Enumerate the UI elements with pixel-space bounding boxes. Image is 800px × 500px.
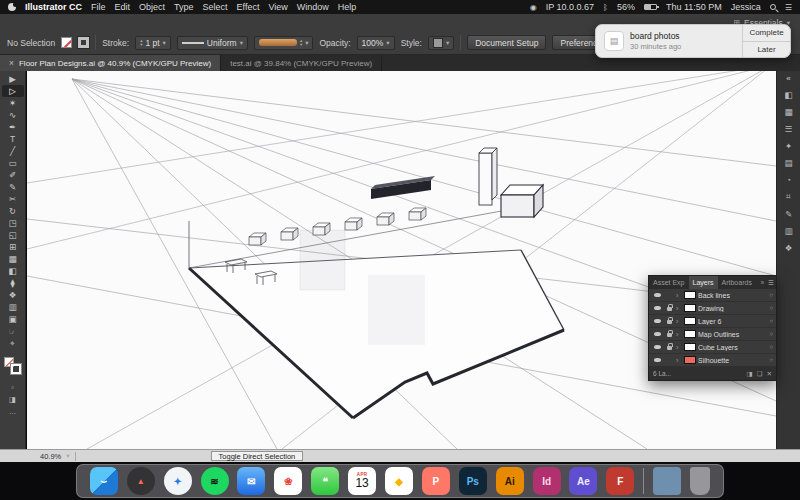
dock-sketch-icon[interactable]: ◆ xyxy=(385,467,413,495)
document-setup-button[interactable]: Document Setup xyxy=(467,35,546,50)
layer-thumbnail[interactable] xyxy=(684,291,696,299)
appearance-panel-icon[interactable]: ◔ xyxy=(781,174,797,185)
stroke-panel-icon[interactable]: ☰ xyxy=(781,123,797,134)
transparency-panel-icon[interactable]: ▤ xyxy=(781,157,797,168)
expand-arrow-icon[interactable]: › xyxy=(676,292,682,299)
graph-tool[interactable]: ▥ xyxy=(2,301,24,313)
line-segment-tool[interactable]: ╱ xyxy=(2,145,24,157)
chevron-down-icon[interactable]: ▾ xyxy=(240,39,243,47)
rotate-tool[interactable]: ↻ xyxy=(2,205,24,217)
dock-folder-icon[interactable] xyxy=(653,467,681,495)
pencil-tool[interactable]: ✎ xyxy=(2,181,24,193)
brushes-panel-icon[interactable]: ✎ xyxy=(781,208,797,219)
layer-name[interactable]: Map Outlines xyxy=(698,331,767,338)
expand-panels-icon[interactable]: « xyxy=(786,74,790,83)
brush-definition-dropdown[interactable]: ▴▾ ▾ xyxy=(254,36,314,50)
bluetooth-icon[interactable]: ᛒ xyxy=(603,3,608,12)
stroke-swatch[interactable] xyxy=(11,364,21,374)
menu-select[interactable]: Select xyxy=(203,2,228,12)
menu-file[interactable]: File xyxy=(91,2,106,12)
stroke-weight-value[interactable]: 1 pt xyxy=(145,38,159,48)
fill-none-swatch[interactable] xyxy=(61,37,72,48)
target-circle-icon[interactable]: ○ xyxy=(769,318,773,324)
layer-name[interactable]: Cube Layers xyxy=(698,344,767,351)
expand-arrow-icon[interactable]: › xyxy=(676,331,682,338)
layer-name[interactable]: Back lines xyxy=(698,292,767,299)
dock-trash-icon[interactable] xyxy=(690,467,710,495)
dock-photoshop-icon[interactable]: Ps xyxy=(459,467,487,495)
layer-row[interactable]: › Back lines ○ xyxy=(649,289,776,302)
blend-tool[interactable]: ❖ xyxy=(2,289,24,301)
mesh-tool[interactable]: ▦ xyxy=(2,253,24,265)
layer-thumbnail[interactable] xyxy=(684,343,696,351)
dock-illustrator-icon[interactable]: Ai xyxy=(496,467,524,495)
dock-patreon-icon[interactable]: P xyxy=(422,467,450,495)
rectangle-tool[interactable]: ▭ xyxy=(2,157,24,169)
layer-thumbnail[interactable] xyxy=(684,356,696,364)
layer-row[interactable]: › Cube Layers ○ xyxy=(649,341,776,354)
target-circle-icon[interactable]: ○ xyxy=(769,305,773,311)
expand-arrow-icon[interactable]: › xyxy=(676,357,682,364)
dock-messages-icon[interactable]: ❝ xyxy=(311,467,339,495)
visibility-toggle[interactable] xyxy=(652,293,663,298)
visibility-toggle[interactable] xyxy=(652,345,663,350)
target-circle-icon[interactable]: ○ xyxy=(769,344,773,350)
app-menu-title[interactable]: Illustrator CC xyxy=(25,2,82,12)
gradient-tool[interactable]: ◧ xyxy=(2,265,24,277)
menu-type[interactable]: Type xyxy=(174,2,194,12)
lock-toggle[interactable] xyxy=(665,344,674,350)
magic-wand-tool[interactable]: ✶ xyxy=(2,97,24,109)
dock-safari-icon[interactable]: ✦ xyxy=(164,467,192,495)
width-profile-dropdown[interactable]: Uniform ▾ xyxy=(177,36,248,50)
stroke-weight-field[interactable]: ▴▾ 1 pt ▾ xyxy=(135,36,171,50)
lock-toggle[interactable] xyxy=(665,305,674,311)
lock-toggle[interactable] xyxy=(665,318,674,324)
ip-address[interactable]: IP 10.0.0.67 xyxy=(546,2,594,12)
target-circle-icon[interactable]: ○ xyxy=(769,331,773,337)
draw-mode-icon[interactable]: ▫ xyxy=(11,383,14,392)
visibility-toggle[interactable] xyxy=(652,358,663,363)
delete-layer-icon[interactable]: ✕ xyxy=(767,370,772,378)
swatches-panel-icon[interactable]: ▦ xyxy=(781,106,797,117)
battery-icon[interactable] xyxy=(644,4,657,10)
menu-edit[interactable]: Edit xyxy=(115,2,131,12)
pen-tool[interactable]: ✒ xyxy=(2,121,24,133)
make-clip-mask-icon[interactable]: ◨ xyxy=(747,370,753,378)
chevron-down-icon[interactable]: ▾ xyxy=(305,39,308,47)
collapse-panel-icon[interactable]: » xyxy=(759,276,767,289)
gradient-panel-icon[interactable]: ✦ xyxy=(781,140,797,151)
chevron-down-icon[interactable]: ▾ xyxy=(386,39,389,47)
fill-stroke-widget[interactable] xyxy=(3,357,23,377)
dock-indesign-icon[interactable]: Id xyxy=(533,467,561,495)
menu-clock[interactable]: Thu 11:50 PM xyxy=(666,2,722,12)
perspective-grid-tool[interactable]: ⊞ xyxy=(2,241,24,253)
dock-calendar-icon[interactable]: APR 13 xyxy=(348,467,376,495)
stroke-color-swatch[interactable] xyxy=(78,37,89,48)
selection-tool[interactable]: ▶ xyxy=(2,73,24,85)
type-tool[interactable]: T xyxy=(2,133,24,145)
visibility-toggle[interactable] xyxy=(652,306,663,311)
document-tab-active[interactable]: × Floor Plan Designs.ai @ 40.9% (CMYK/GP… xyxy=(0,55,221,71)
layer-name[interactable]: Drawing xyxy=(698,305,767,312)
hand-tool[interactable]: ☞ xyxy=(2,325,24,337)
notification-center-icon[interactable]: ☰ xyxy=(785,3,792,12)
visibility-toggle[interactable] xyxy=(652,332,663,337)
menu-effect[interactable]: Effect xyxy=(237,2,260,12)
apple-menu-icon[interactable] xyxy=(8,3,16,11)
screen-mode-icon[interactable]: ◨ xyxy=(9,395,16,404)
dock-photos-icon[interactable]: ❀ xyxy=(274,467,302,495)
zoom-tool[interactable]: ⌖ xyxy=(2,337,24,349)
color-panel-icon[interactable]: ◧ xyxy=(781,89,797,100)
dock-mail-icon[interactable]: ✉ xyxy=(237,467,265,495)
menu-view[interactable]: View xyxy=(268,2,287,12)
width-profile-value[interactable]: Uniform xyxy=(207,38,237,48)
notification-complete-button[interactable]: Complete xyxy=(743,25,790,42)
opacity-value[interactable]: 100% xyxy=(362,38,384,48)
eyedropper-tool[interactable]: ⧫ xyxy=(2,277,24,289)
stepper-icon[interactable]: ▴▾ xyxy=(300,39,302,47)
layer-thumbnail[interactable] xyxy=(684,317,696,325)
menu-object[interactable]: Object xyxy=(139,2,165,12)
direct-selection-tool[interactable]: ▷ xyxy=(2,85,24,97)
lasso-tool[interactable]: ∿ xyxy=(2,109,24,121)
style-dropdown[interactable]: ▾ xyxy=(428,36,454,50)
